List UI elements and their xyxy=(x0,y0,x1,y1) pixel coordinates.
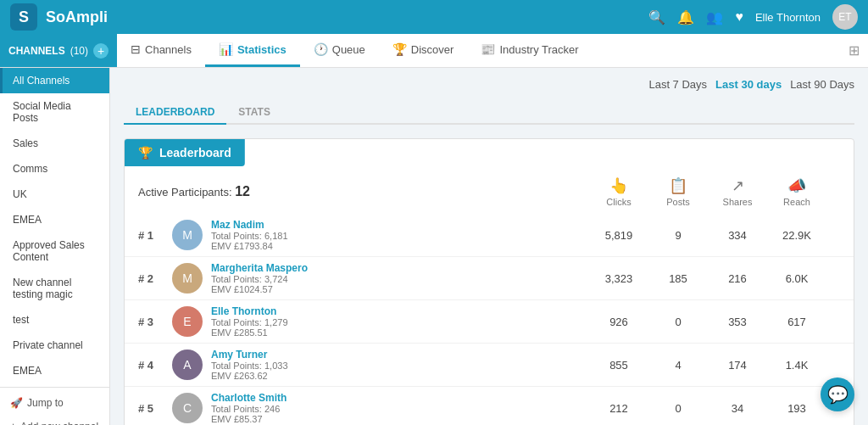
reach-value: 1.4K xyxy=(767,359,826,372)
user-avatar: C xyxy=(172,393,203,423)
user-name-link[interactable]: Margherita Maspero xyxy=(211,262,347,274)
content-tab-leaderboard[interactable]: LEADERBOARD xyxy=(124,101,226,125)
user-name: Elle Thornton xyxy=(755,11,821,24)
people-icon[interactable]: 👥 xyxy=(706,9,723,25)
tab-statistics-label: Statistics xyxy=(237,43,287,56)
tab-queue[interactable]: 🕐 Queue xyxy=(300,34,379,67)
date-option-90days[interactable]: Last 90 Days xyxy=(790,78,854,91)
sidebar-item-all-channels[interactable]: All Channels xyxy=(0,68,109,93)
leaderboard-header: 🏆 Leaderboard xyxy=(125,139,245,166)
user-avatar: E xyxy=(172,306,203,337)
sidebar-item-private-channel[interactable]: Private channel xyxy=(0,333,109,358)
add-new-channel-icon: + xyxy=(10,421,16,425)
statistics-tab-icon: 📊 xyxy=(219,42,233,56)
user-info: Charlotte Smith Total Points: 246 EMV £8… xyxy=(211,392,347,424)
grid-view-icon[interactable]: ⊞ xyxy=(849,42,860,59)
metric-values: 855 4 174 1.4K xyxy=(589,359,826,372)
app-name: SoAmpli xyxy=(46,8,108,26)
shares-value: 216 xyxy=(708,272,767,285)
leaderboard-title: Leaderboard xyxy=(159,146,231,159)
user-points: Total Points: 3,724 xyxy=(211,274,347,284)
reach-value: 22.9K xyxy=(767,229,826,242)
rank-label: # 5 xyxy=(138,402,172,415)
logo-box[interactable]: S xyxy=(10,3,37,31)
sidebar-action-add-new-channel[interactable]: + Add new channel xyxy=(0,415,109,425)
user-points: Total Points: 6,181 xyxy=(211,231,347,241)
posts-icon: 📋 xyxy=(669,176,687,195)
shares-label: Shares xyxy=(723,197,753,207)
leaderboard-trophy-icon: 🏆 xyxy=(138,146,153,159)
shares-value: 334 xyxy=(708,229,767,242)
tab-statistics[interactable]: 📊 Statistics xyxy=(205,34,300,67)
sidebar: All Channels Social Media Posts Sales Co… xyxy=(0,68,110,425)
user-emv: EMV £1024.57 xyxy=(211,284,347,294)
sidebar-action-jump-to[interactable]: 🚀 Jump to xyxy=(0,391,109,415)
tab-channels-label: Channels xyxy=(145,43,192,56)
leaderboard-row: # 1 M Maz Nadim Total Points: 6,181 EMV … xyxy=(125,214,854,257)
metric-values: 3,323 185 216 6.0K xyxy=(589,272,826,285)
shares-icon: ↗ xyxy=(732,176,744,195)
shares-value: 174 xyxy=(708,359,767,372)
leaderboard-header-row: Active Participants: 12 👆 Clicks 📋 Posts… xyxy=(125,173,854,214)
sidebar-item-comms[interactable]: Comms xyxy=(0,156,109,182)
clicks-value: 5,819 xyxy=(589,229,648,242)
date-option-7days[interactable]: Last 7 Days xyxy=(648,78,707,91)
active-participants-text: Active Participants: xyxy=(138,186,232,199)
user-emv: EMV £1793.84 xyxy=(211,241,347,251)
user-points: Total Points: 1,033 xyxy=(211,361,347,371)
sub-navigation: CHANNELS (10) + ⊟ Channels 📊 Statistics … xyxy=(0,34,868,68)
tab-industry-tracker-label: Industry Tracker xyxy=(499,43,578,56)
jump-to-icon: 🚀 xyxy=(10,397,23,409)
posts-label: Posts xyxy=(666,197,690,207)
metric-values: 5,819 9 334 22.9K xyxy=(589,229,826,242)
add-channel-button[interactable]: + xyxy=(93,43,108,59)
date-filter: Last 7 Days Last 30 days Last 90 Days xyxy=(124,78,854,91)
sidebar-item-test[interactable]: test xyxy=(0,307,109,333)
top-navigation: S SoAmpli 🔍 🔔 👥 ♥ Elle Thornton ET xyxy=(0,0,868,34)
leaderboard-row: # 4 A Amy Turner Total Points: 1,033 EMV… xyxy=(125,344,854,387)
user-name-link[interactable]: Maz Nadim xyxy=(211,219,347,231)
reach-value: 617 xyxy=(767,316,826,328)
sidebar-item-new-channel[interactable]: New channel testing magic xyxy=(0,270,109,307)
jump-to-label: Jump to xyxy=(27,397,64,409)
clicks-value: 926 xyxy=(589,316,648,328)
user-info: Amy Turner Total Points: 1,033 EMV £263.… xyxy=(211,349,347,381)
user-emv: EMV £285.51 xyxy=(211,327,347,338)
user-emv: EMV £85.37 xyxy=(211,414,347,424)
metric-values: 926 0 353 617 xyxy=(589,316,826,328)
user-avatar[interactable]: ET xyxy=(832,4,858,30)
date-option-30days[interactable]: Last 30 days xyxy=(715,78,782,91)
queue-tab-icon: 🕐 xyxy=(314,42,328,56)
leaderboard-rows: # 1 M Maz Nadim Total Points: 6,181 EMV … xyxy=(125,214,854,425)
chat-bubble[interactable]: 💬 xyxy=(821,377,854,411)
user-name-link[interactable]: Elle Thornton xyxy=(211,305,347,317)
sidebar-item-emea[interactable]: EMEA xyxy=(0,207,109,232)
user-name-link[interactable]: Amy Turner xyxy=(211,349,347,361)
content-tab-stats[interactable]: STATS xyxy=(226,101,282,125)
bell-icon[interactable]: 🔔 xyxy=(677,9,694,25)
tab-industry-tracker[interactable]: 📰 Industry Tracker xyxy=(467,34,592,67)
posts-value: 0 xyxy=(648,316,708,328)
channels-text: CHANNELS xyxy=(8,45,65,57)
sidebar-item-emea2[interactable]: EMEA xyxy=(0,358,109,383)
sidebar-item-uk[interactable]: UK xyxy=(0,182,109,207)
user-name-link[interactable]: Charlotte Smith xyxy=(211,392,347,404)
search-icon[interactable]: 🔍 xyxy=(648,9,665,25)
channels-tab-icon: ⊟ xyxy=(131,42,141,56)
user-info: Maz Nadim Total Points: 6,181 EMV £1793.… xyxy=(211,219,347,251)
heart-icon[interactable]: ♥ xyxy=(735,9,743,25)
leaderboard-metrics-header: 👆 Clicks 📋 Posts ↗ Shares 📣 Reach xyxy=(589,176,826,207)
metric-shares: ↗ Shares xyxy=(708,176,767,207)
tab-discover[interactable]: 🏆 Discover xyxy=(379,34,468,67)
metric-reach: 📣 Reach xyxy=(767,176,826,207)
discover-tab-icon: 🏆 xyxy=(392,42,407,56)
tab-channels[interactable]: ⊟ Channels xyxy=(117,34,205,67)
posts-value: 185 xyxy=(648,272,708,285)
tab-discover-label: Discover xyxy=(411,43,454,56)
sidebar-item-sales[interactable]: Sales xyxy=(0,131,109,156)
tab-list: ⊟ Channels 📊 Statistics 🕐 Queue 🏆 Discov… xyxy=(117,34,593,67)
sidebar-item-approved-sales[interactable]: Approved Sales Content xyxy=(0,232,109,270)
sidebar-item-social-media-posts[interactable]: Social Media Posts xyxy=(0,93,109,131)
user-emv: EMV £263.62 xyxy=(211,371,347,381)
leaderboard-panel: 🏆 Leaderboard Active Participants: 12 👆 … xyxy=(124,138,854,425)
